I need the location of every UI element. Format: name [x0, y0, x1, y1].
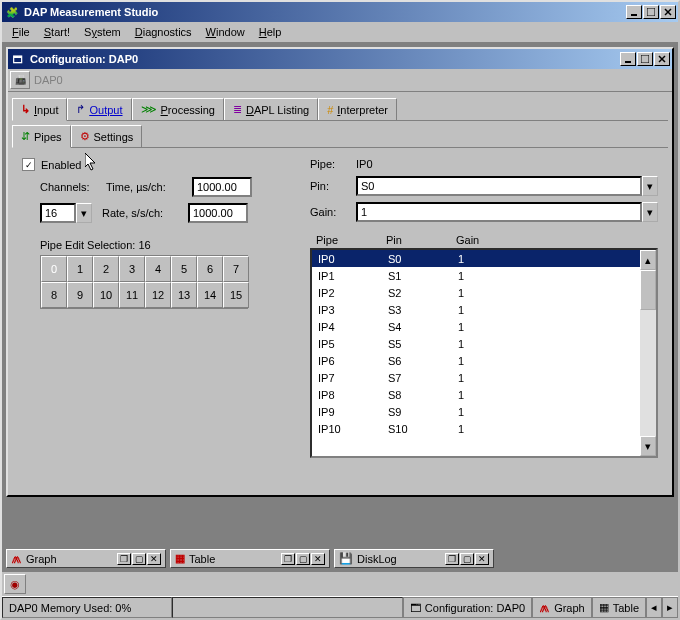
scroll-down-button[interactable]: ▾: [640, 436, 656, 456]
graph-icon: ⩕: [11, 553, 22, 565]
grid-cell-10[interactable]: 10: [93, 282, 119, 308]
table-icon: ▦: [599, 601, 609, 614]
table-row[interactable]: IP3S31: [312, 301, 656, 318]
menu-help[interactable]: Help: [253, 24, 288, 40]
config-close-button[interactable]: [654, 52, 670, 66]
grid-cell-13[interactable]: 13: [171, 282, 197, 308]
rate-field[interactable]: 1000.00: [188, 203, 248, 223]
tab-pipes[interactable]: ⇵Pipes: [12, 125, 71, 148]
gain-combo[interactable]: 1 ▾: [356, 202, 658, 222]
scroll-up-button[interactable]: ▴: [640, 250, 656, 270]
grid-cell-8[interactable]: 8: [41, 282, 67, 308]
bottom-toolbar: ◉: [2, 572, 678, 596]
enabled-checkbox[interactable]: ✓: [22, 158, 35, 171]
grid-cell-0[interactable]: 0: [41, 256, 67, 282]
graph-icon: ⩕: [539, 602, 550, 614]
table-row[interactable]: IP8S81: [312, 386, 656, 403]
menu-window[interactable]: Window: [200, 24, 251, 40]
tab-input[interactable]: ↳Input: [12, 98, 67, 121]
grid-cell-14[interactable]: 14: [197, 282, 223, 308]
maximize-button[interactable]: [643, 5, 659, 19]
channels-combo[interactable]: 16 ▾: [40, 203, 92, 223]
grid-cell-15[interactable]: 15: [223, 282, 249, 308]
table-row[interactable]: IP5S51: [312, 335, 656, 352]
menu-system[interactable]: System: [78, 24, 127, 40]
task-restore-button[interactable]: ❐: [281, 553, 295, 565]
status-scroll-left[interactable]: ◂: [646, 597, 662, 618]
menu-diagnostics[interactable]: Diagnostics: [129, 24, 198, 40]
config-minimize-button[interactable]: [620, 52, 636, 66]
menu-file[interactable]: File: [6, 24, 36, 40]
table-row[interactable]: IP10S101: [312, 420, 656, 437]
grid-cell-1[interactable]: 1: [67, 256, 93, 282]
table-row[interactable]: IP1S11: [312, 267, 656, 284]
status-item-graph[interactable]: ⩕Graph: [532, 597, 592, 618]
task-close-button[interactable]: ✕: [147, 553, 161, 565]
mdi-taskbar: ⩕Graph❐▢✕▦Table❐▢✕💾DiskLog❐▢✕: [6, 549, 674, 568]
task-restore-button[interactable]: ❐: [117, 553, 131, 565]
listing-icon: ≣: [233, 103, 242, 116]
taskbar-item-disklog[interactable]: 💾DiskLog❐▢✕: [334, 549, 494, 568]
table-row[interactable]: IP2S21: [312, 284, 656, 301]
chevron-down-icon[interactable]: ▾: [642, 176, 658, 196]
pipe-label: Pipe:: [310, 158, 350, 170]
taskbar-item-graph[interactable]: ⩕Graph❐▢✕: [6, 549, 166, 568]
task-maximize-button[interactable]: ▢: [460, 553, 474, 565]
table-row[interactable]: IP4S41: [312, 318, 656, 335]
pin-label: Pin:: [310, 180, 350, 192]
table-row[interactable]: IP0S01: [312, 250, 656, 267]
status-item-config[interactable]: 🗔Configuration: DAP0: [403, 597, 532, 618]
task-restore-button[interactable]: ❐: [445, 553, 459, 565]
status-item-table[interactable]: ▦Table: [592, 597, 646, 618]
time-label: Time, µs/ch:: [106, 181, 186, 193]
grid-cell-4[interactable]: 4: [145, 256, 171, 282]
grid-cell-12[interactable]: 12: [145, 282, 171, 308]
task-maximize-button[interactable]: ▢: [296, 553, 310, 565]
scrollbar[interactable]: ▴ ▾: [640, 250, 656, 456]
tab-processing[interactable]: ⋙Processing: [132, 98, 224, 120]
tab-output[interactable]: ↱Output: [67, 98, 131, 120]
record-button[interactable]: ◉: [4, 574, 26, 594]
scroll-thumb[interactable]: [640, 270, 656, 310]
tab-interpreter[interactable]: #Interpreter: [318, 98, 397, 120]
task-close-button[interactable]: ✕: [475, 553, 489, 565]
minimize-button[interactable]: [626, 5, 642, 19]
svg-rect-1: [647, 8, 655, 16]
menu-start[interactable]: Start!: [38, 24, 76, 40]
close-button[interactable]: [660, 5, 676, 19]
chevron-down-icon[interactable]: ▾: [76, 203, 92, 223]
table-row[interactable]: IP7S71: [312, 369, 656, 386]
task-close-button[interactable]: ✕: [311, 553, 325, 565]
grid-cell-9[interactable]: 9: [67, 282, 93, 308]
pipes-table[interactable]: IP0S01IP1S11IP2S21IP3S31IP4S41IP5S51IP6S…: [310, 248, 658, 458]
config-titlebar[interactable]: 🗔 Configuration: DAP0: [8, 49, 672, 69]
chevron-down-icon[interactable]: ▾: [642, 202, 658, 222]
tab-settings[interactable]: ⚙Settings: [71, 125, 143, 147]
task-maximize-button[interactable]: ▢: [132, 553, 146, 565]
table-icon: ▦: [175, 552, 185, 565]
status-spacer: [172, 597, 403, 618]
taskbar-item-table[interactable]: ▦Table❐▢✕: [170, 549, 330, 568]
scroll-track[interactable]: [640, 310, 656, 436]
main-titlebar[interactable]: 🧩 DAP Measurement Studio: [2, 2, 678, 22]
tab-dapl-listing[interactable]: ≣DAPL Listing: [224, 98, 318, 120]
grid-cell-3[interactable]: 3: [119, 256, 145, 282]
time-field[interactable]: 1000.00: [192, 177, 252, 197]
device-label: DAP0: [34, 74, 63, 86]
grid-cell-11[interactable]: 11: [119, 282, 145, 308]
grid-cell-2[interactable]: 2: [93, 256, 119, 282]
status-scroll-right[interactable]: ▸: [662, 597, 678, 618]
table-row[interactable]: IP9S91: [312, 403, 656, 420]
config-window: 🗔 Configuration: DAP0 📠 DAP0 ↳Input ↱Out…: [6, 47, 674, 497]
pin-combo[interactable]: S0 ▾: [356, 176, 658, 196]
grid-cell-7[interactable]: 7: [223, 256, 249, 282]
main-window: 🧩 DAP Measurement Studio File Start! Sys…: [0, 0, 680, 620]
channels-label: Channels:: [40, 181, 100, 193]
device-icon[interactable]: 📠: [10, 71, 30, 89]
grid-cell-5[interactable]: 5: [171, 256, 197, 282]
table-row[interactable]: IP6S61: [312, 352, 656, 369]
output-icon: ↱: [76, 103, 85, 116]
grid-cell-6[interactable]: 6: [197, 256, 223, 282]
selection-label: Pipe Edit Selection: 16: [40, 239, 282, 251]
config-maximize-button[interactable]: [637, 52, 653, 66]
